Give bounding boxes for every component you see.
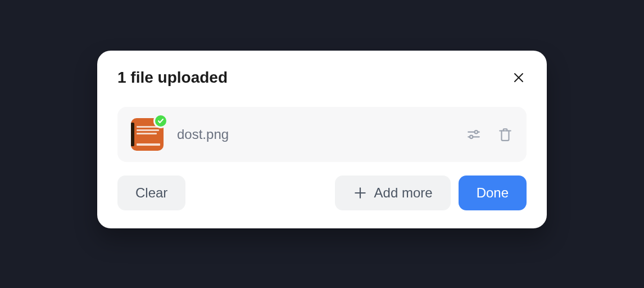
upload-modal: 1 file uploaded — [97, 51, 547, 228]
edit-file-button[interactable] — [466, 127, 482, 142]
sliders-icon — [466, 127, 481, 142]
close-icon — [512, 71, 525, 84]
clear-button[interactable]: Clear — [117, 176, 185, 210]
modal-footer: Clear Add more Done — [117, 176, 527, 210]
svg-point-5 — [470, 136, 473, 138]
file-thumbnail — [131, 118, 164, 151]
modal-title: 1 file uploaded — [117, 69, 228, 87]
success-badge — [153, 114, 168, 128]
done-button[interactable]: Done — [459, 176, 527, 210]
file-name: dost.png — [177, 127, 452, 142]
done-label: Done — [477, 185, 509, 201]
plus-icon — [353, 186, 368, 200]
trash-icon — [498, 127, 513, 142]
file-actions — [466, 127, 513, 142]
clear-label: Clear — [135, 185, 167, 201]
svg-point-3 — [475, 130, 478, 133]
delete-file-button[interactable] — [497, 127, 513, 142]
add-more-button[interactable]: Add more — [335, 176, 451, 210]
check-icon — [157, 118, 164, 124]
add-more-label: Add more — [374, 185, 433, 201]
modal-header: 1 file uploaded — [117, 69, 527, 87]
file-item: dost.png — [117, 107, 527, 162]
close-button[interactable] — [511, 70, 527, 86]
